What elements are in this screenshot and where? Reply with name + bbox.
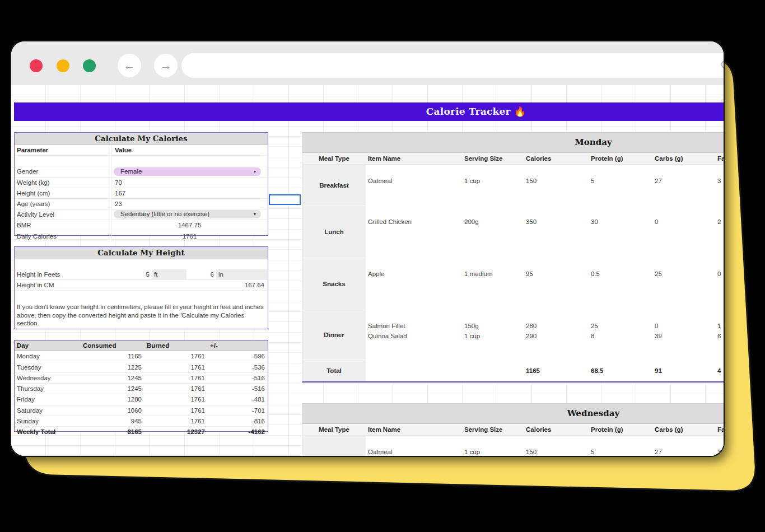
meal-type-cell[interactable]: Breakfast: [302, 165, 366, 206]
forward-arrow-icon: →: [160, 59, 172, 72]
consumed-cell[interactable]: 945: [81, 416, 144, 426]
delta-cell[interactable]: -816: [208, 416, 268, 426]
table-row: BMR 1467.75: [15, 220, 268, 231]
item-name-cell[interactable]: Apple: [368, 269, 462, 279]
protein-cell[interactable]: 8: [591, 331, 652, 341]
delta-cell[interactable]: -701: [208, 405, 268, 416]
delta-cell[interactable]: -481: [208, 394, 268, 404]
carbs-cell[interactable]: 39: [655, 331, 715, 341]
activity-dropdown[interactable]: Sedentary (little or no exercise) ▾: [114, 210, 261, 218]
day-cell: Monday: [15, 351, 81, 361]
total-calories[interactable]: 1165: [526, 366, 540, 376]
item-name-cell[interactable]: Oatmeal: [368, 447, 462, 457]
age-value[interactable]: 23: [111, 199, 268, 209]
meal-type-cell[interactable]: Breakfast: [302, 436, 366, 457]
burned-cell[interactable]: 1761: [144, 362, 208, 372]
delta-cell[interactable]: -536: [208, 362, 268, 372]
consumed-cell[interactable]: 1060: [81, 405, 144, 416]
total-delta[interactable]: -4162: [208, 427, 268, 437]
protein-cell[interactable]: 25: [591, 321, 652, 331]
fats-cell[interactable]: 0: [717, 269, 725, 279]
consumed-cell[interactable]: 1245: [81, 373, 144, 383]
burned-cell[interactable]: 1761: [144, 394, 208, 404]
calories-cell[interactable]: 95: [526, 269, 589, 279]
back-button[interactable]: ←: [118, 54, 141, 77]
url-bar[interactable]: [181, 53, 725, 78]
height-note: If you don't know your height in centime…: [17, 303, 266, 328]
dinner-row: Dinner Salmon Fillet Quinoa Salad 150g 1…: [302, 310, 725, 360]
minimize-button[interactable]: [57, 59, 69, 72]
serving-cell[interactable]: 1 cup: [464, 176, 524, 186]
burned-cell[interactable]: 1761: [144, 416, 208, 426]
delta-cell[interactable]: -596: [208, 351, 268, 361]
feet-value[interactable]: 5: [113, 269, 150, 279]
consumed-cell[interactable]: 1225: [81, 362, 144, 372]
serving-cell[interactable]: 1 cup: [464, 331, 524, 341]
protein-cell[interactable]: 5: [591, 447, 652, 457]
item-name-cell[interactable]: Grilled Chicken: [368, 217, 462, 227]
delta-cell[interactable]: -516: [208, 384, 268, 394]
total-fats[interactable]: 4: [717, 366, 721, 376]
flame-icon: 🔥: [514, 106, 526, 117]
protein-cell[interactable]: 30: [591, 217, 652, 227]
fats-header: Fats (g): [715, 153, 725, 165]
close-button[interactable]: [30, 59, 43, 72]
carbs-cell[interactable]: 27: [655, 447, 715, 457]
item-name-cell[interactable]: Quinoa Salad: [368, 331, 462, 341]
carbs-cell[interactable]: 0: [655, 217, 715, 227]
fats-cell[interactable]: 2: [717, 217, 725, 227]
burned-cell[interactable]: 1761: [144, 384, 208, 394]
cm-value[interactable]: 167.64: [245, 280, 264, 290]
burned-cell[interactable]: 1761: [144, 373, 208, 383]
calories-cell[interactable]: 290: [526, 331, 589, 341]
meal-type-cell[interactable]: Lunch: [302, 206, 366, 258]
selected-cell[interactable]: [269, 194, 301, 205]
delta-cell[interactable]: -516: [208, 373, 268, 383]
carbs-cell[interactable]: 25: [655, 269, 715, 279]
consumed-cell[interactable]: 1165: [81, 351, 144, 361]
burned-cell[interactable]: 1761: [144, 351, 208, 361]
weight-value[interactable]: 70: [111, 178, 268, 188]
forward-button[interactable]: →: [154, 54, 178, 77]
item-name-cell[interactable]: Oatmeal: [368, 176, 462, 186]
item-name-cell[interactable]: Salmon Fillet: [368, 321, 462, 331]
monday-total-row: Total 1165 68.5 91 4: [302, 360, 725, 381]
serving-cell[interactable]: 1 cup: [464, 447, 524, 457]
feet-unit-cell[interactable]: ft: [152, 269, 186, 279]
total-carbs[interactable]: 91: [655, 366, 662, 376]
inches-unit-cell[interactable]: in: [216, 269, 267, 279]
calories-cell[interactable]: 350: [526, 217, 589, 227]
consumed-cell[interactable]: 1280: [81, 394, 144, 404]
daily-calories-value[interactable]: 1761: [111, 231, 268, 241]
calories-cell[interactable]: 150: [526, 176, 589, 186]
calories-cell[interactable]: 280: [526, 321, 589, 331]
serving-cell[interactable]: 150g: [464, 321, 524, 331]
inches-value[interactable]: 6: [185, 269, 214, 279]
total-protein[interactable]: 68.5: [591, 366, 603, 376]
zoom-button[interactable]: [83, 59, 96, 72]
protein-cell[interactable]: 0.5: [591, 269, 652, 279]
consumed-cell[interactable]: 1245: [81, 384, 144, 394]
fats-cell[interactable]: 1: [717, 321, 725, 331]
fats-cell[interactable]: 6: [717, 331, 725, 341]
meal-type-cell[interactable]: Dinner: [302, 310, 366, 360]
gender-dropdown[interactable]: Female ▾: [114, 167, 261, 176]
total-burned[interactable]: 12327: [144, 427, 208, 437]
height-value[interactable]: 167: [111, 188, 268, 198]
serving-cell[interactable]: 200g: [464, 217, 524, 227]
bmr-value[interactable]: 1467.75: [111, 220, 268, 230]
fats-cell[interactable]: 3: [717, 176, 725, 186]
table-row: Wednesday 1245 1761 -516: [15, 373, 268, 384]
search-icon[interactable]: [720, 59, 725, 72]
burned-cell[interactable]: 1761: [144, 405, 208, 416]
meal-panel: Monday Meal Type Item Name Serving Size …: [302, 132, 725, 457]
meal-type-cell[interactable]: Snacks: [302, 258, 366, 310]
calories-cell[interactable]: 150: [526, 447, 589, 457]
calories-header: Calories: [524, 424, 589, 436]
carbs-cell[interactable]: 27: [655, 176, 715, 186]
total-consumed[interactable]: 8165: [81, 427, 144, 437]
serving-cell[interactable]: 1 medium: [464, 269, 524, 279]
carbs-cell[interactable]: 0: [655, 321, 715, 331]
protein-cell[interactable]: 5: [591, 176, 652, 186]
table-row: Sunday 945 1761 -816: [15, 416, 268, 427]
